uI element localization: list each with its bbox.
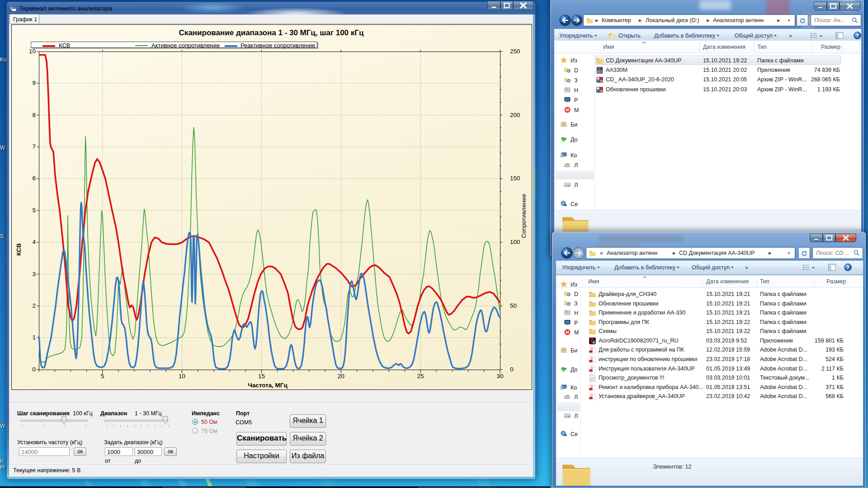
- svg-text:M: M: [566, 330, 569, 334]
- svg-text:M: M: [566, 108, 569, 112]
- svg-text:?: ?: [856, 33, 859, 38]
- svg-text:?: ?: [846, 265, 849, 270]
